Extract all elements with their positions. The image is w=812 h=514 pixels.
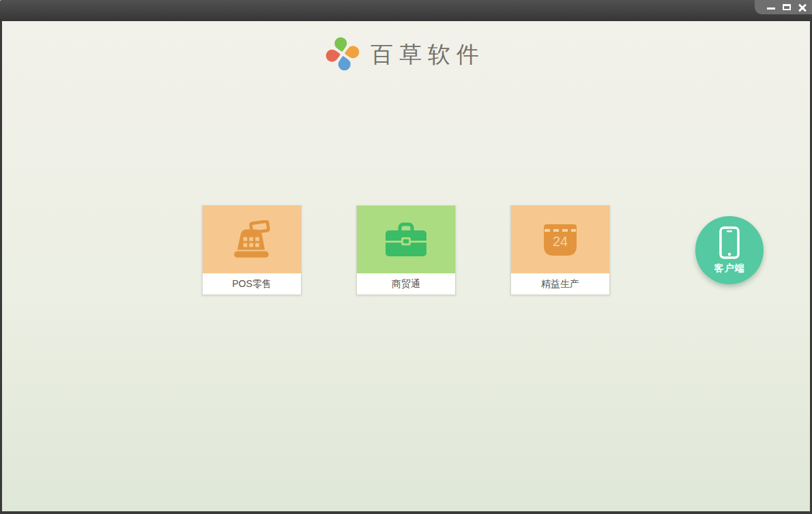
calendar-icon: 24 <box>542 223 578 257</box>
window-controls <box>755 0 812 14</box>
calendar-day-number: 24 <box>553 234 568 249</box>
client-button-label: 客户端 <box>714 262 745 275</box>
main-content: 百草软件 POS零售 <box>2 21 810 511</box>
product-label: POS零售 <box>203 273 301 294</box>
minimize-icon <box>767 7 775 10</box>
app-window: 百草软件 POS零售 <box>0 0 812 514</box>
maximize-icon <box>783 4 791 10</box>
product-label: 商贸通 <box>357 273 455 294</box>
maximize-button[interactable] <box>782 3 792 12</box>
product-card-trade[interactable]: 商贸通 <box>356 205 456 295</box>
app-logo: 百草软件 <box>2 36 810 72</box>
trade-tile <box>357 206 455 273</box>
cash-register-icon <box>231 220 273 260</box>
smartphone-icon <box>719 226 740 259</box>
pinwheel-petal-blue <box>336 56 353 73</box>
product-card-lean-production[interactable]: 24 精益生产 <box>510 205 610 295</box>
client-button[interactable]: 客户端 <box>695 216 764 284</box>
pinwheel-icon <box>327 38 358 70</box>
lean-production-tile: 24 <box>511 206 609 273</box>
close-button[interactable] <box>798 3 807 12</box>
app-title: 百草软件 <box>371 43 485 65</box>
briefcase-icon <box>384 222 428 258</box>
titlebar[interactable] <box>0 0 812 21</box>
product-card-pos-retail[interactable]: POS零售 <box>202 205 302 295</box>
product-label: 精益生产 <box>511 273 609 294</box>
close-icon <box>798 3 807 12</box>
pos-retail-tile <box>203 206 301 273</box>
minimize-button[interactable] <box>766 3 776 12</box>
